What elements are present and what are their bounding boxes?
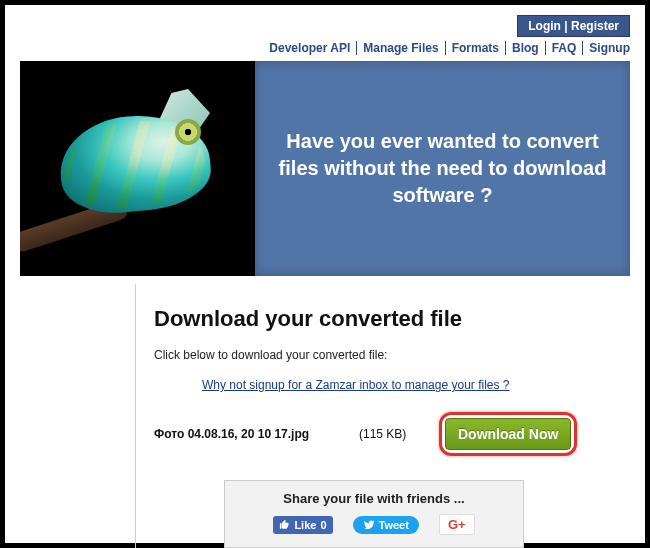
share-title: Share your file with friends ... [237,491,511,506]
twitter-tweet-button[interactable]: Tweet [353,516,419,534]
hero-banner: Have you ever wanted to convert files wi… [20,61,630,276]
share-box: Share your file with friends ... Like 0 … [224,480,524,548]
file-name: Фото 04.08.16, 20 10 17.jpg [154,427,349,441]
nav-manage-files[interactable]: Manage Files [357,41,445,55]
signup-promo-link[interactable]: Why not signup for a Zamzar inbox to man… [202,378,630,392]
auth-separator: | [564,19,571,33]
subtitle-text: Click below to download your converted f… [154,348,630,362]
file-row: Фото 04.08.16, 20 10 17.jpg (115 KB) Dow… [154,412,630,456]
google-plus-icon: G+ [448,517,466,532]
download-highlight: Download Now [439,412,577,456]
thumbs-up-icon [279,519,290,530]
tweet-label: Tweet [379,519,409,531]
hero-text-panel: Have you ever wanted to convert files wi… [255,61,630,276]
page-title: Download your converted file [154,306,630,332]
file-size: (115 KB) [359,427,429,441]
nav-faq[interactable]: FAQ [546,41,584,55]
twitter-icon [363,519,375,531]
nav-developer-api[interactable]: Developer API [263,41,357,55]
download-now-button[interactable]: Download Now [445,418,571,450]
register-link[interactable]: Register [571,19,619,33]
hero-headline: Have you ever wanted to convert files wi… [277,128,608,209]
top-bar: Login | Register [20,15,630,37]
fb-like-count: 0 [320,519,326,531]
page-frame: Login | Register Developer API Manage Fi… [0,0,650,548]
top-nav: Developer API Manage Files Formats Blog … [20,41,630,55]
share-buttons-row: Like 0 Tweet G+ [237,514,511,535]
main-content: Download your converted file Click below… [135,284,630,548]
nav-blog[interactable]: Blog [506,41,546,55]
facebook-like-button[interactable]: Like 0 [273,516,332,534]
nav-signup[interactable]: Signup [583,41,630,55]
auth-box: Login | Register [517,15,630,37]
nav-formats[interactable]: Formats [446,41,506,55]
google-plus-button[interactable]: G+ [439,514,475,535]
login-link[interactable]: Login [528,19,561,33]
hero-image-chameleon [20,61,255,276]
fb-like-label: Like [294,519,316,531]
